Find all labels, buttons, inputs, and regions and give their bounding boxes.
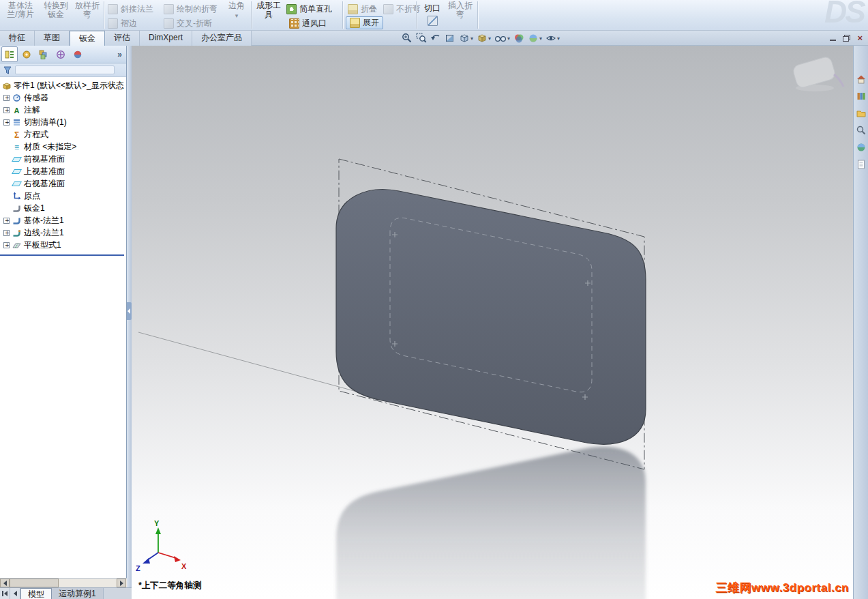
hide-show-items-icon[interactable]: ▾ (494, 32, 511, 44)
property-manager-tab[interactable] (18, 46, 35, 62)
expand-toggle[interactable] (3, 218, 10, 224)
expand-toggle[interactable] (3, 230, 10, 236)
rollback-bar[interactable] (0, 254, 124, 256)
faint-resource-graphic (792, 56, 843, 91)
tree-item-right-plane[interactable]: 右视基准面 (1, 178, 125, 190)
scroll-right-button[interactable] (117, 579, 126, 587)
appearances-icon[interactable] (855, 141, 867, 154)
scrollbar-thumb[interactable] (10, 579, 59, 587)
part-icon (1, 81, 12, 91)
chevron-down-icon: ▾ (224, 13, 250, 19)
expand-toggle[interactable] (3, 119, 10, 126)
tab-sheet-metal[interactable]: 钣金 (70, 31, 105, 46)
task-pane-strip (853, 46, 868, 599)
tree-item-origin[interactable]: 原点 (1, 190, 125, 202)
site-watermark: 三维网www.3dportal.cn (716, 580, 849, 596)
sheet-metal-part-face[interactable] (336, 190, 646, 444)
tree-item-top-plane[interactable]: 上视基准面 (1, 166, 125, 177)
annotations-folder-icon: A (12, 106, 22, 115)
panel-overflow-chevron[interactable] (117, 50, 125, 59)
insert-bends-button[interactable]: 插入折 弯 (445, 0, 476, 30)
tab-scroll-left-button[interactable] (10, 588, 20, 599)
apply-scene-icon[interactable]: ▾ (527, 32, 543, 44)
tree-item-material[interactable]: ≡ 材质 <未指定> (1, 141, 125, 153)
display-manager-tab[interactable] (70, 46, 86, 62)
feature-manager-tab[interactable] (1, 46, 18, 62)
tab-dimxpert[interactable]: DimXpert (140, 31, 192, 46)
edit-appearance-icon[interactable] (513, 32, 525, 44)
configuration-manager-tab[interactable] (35, 46, 52, 62)
tree-item-flat-pattern1[interactable]: 平板型式1 (1, 239, 125, 251)
view-orientation-icon[interactable]: ▾ (458, 32, 474, 44)
zoom-area-icon[interactable] (415, 32, 428, 44)
fold-icon (348, 4, 358, 14)
tree-item-sensors[interactable]: 传感器 (1, 92, 125, 104)
base-flange-button[interactable]: 基体法 兰/薄片 (4, 0, 37, 30)
home-icon[interactable] (855, 73, 867, 85)
hem-button[interactable]: 褶边 (108, 17, 137, 30)
tree-root-part[interactable]: 零件1 (默认<<默认>_显示状态 (1, 80, 125, 91)
manager-tab-strip (0, 46, 126, 63)
tab-motion-study[interactable]: 运动算例1 (52, 588, 104, 599)
tab-scroll-first-button[interactable] (0, 588, 10, 599)
flatten-toggle-button[interactable]: 展开 (346, 16, 383, 29)
restore-button[interactable] (843, 35, 850, 42)
panel-splitter[interactable] (127, 46, 132, 599)
vent-button[interactable]: 通风口 (289, 17, 327, 30)
simple-hole-button[interactable]: 简单直孔 (286, 3, 332, 16)
tree-item-front-plane[interactable]: 前视基准面 (1, 154, 125, 165)
no-bends-button[interactable]: 不折弯 (383, 3, 421, 16)
file-explorer-icon[interactable] (855, 107, 867, 119)
minimize-button[interactable] (830, 39, 836, 41)
tab-features[interactable]: 特征 (0, 31, 35, 46)
tab-sketch[interactable]: 草图 (35, 31, 70, 46)
expand-toggle[interactable] (3, 107, 10, 113)
feature-manager-panel: 零件1 (默认<<默认>_显示状态 传感器 A 注解 切割清单(1) Σ 方程式 (0, 46, 127, 578)
close-button[interactable]: × (857, 33, 863, 43)
tree-item-equations[interactable]: Σ 方程式 (1, 129, 125, 141)
view-settings-icon[interactable]: ▾ (545, 32, 560, 44)
horizontal-scrollbar[interactable] (0, 578, 127, 587)
simple-hole-icon (286, 4, 297, 14)
corner-dropdown-button[interactable]: 边角 ▾ (224, 0, 250, 30)
zoom-fit-icon[interactable] (401, 32, 413, 44)
filter-funnel-icon[interactable] (3, 65, 12, 75)
panel-collapse-handle[interactable] (127, 302, 132, 320)
rip-button[interactable]: 切口 (419, 0, 446, 30)
lofted-bend-button[interactable]: 放样折 弯 (71, 0, 104, 30)
dimxpert-manager-tab[interactable] (53, 46, 69, 62)
search-icon[interactable] (855, 124, 867, 136)
tree-item-edge-flange1[interactable]: 边线-法兰1 (1, 227, 125, 239)
previous-view-icon[interactable] (430, 32, 442, 44)
tree-item-label: 前视基准面 (24, 154, 65, 165)
chevron-down-icon: ▾ (470, 35, 473, 42)
tree-item-cut-list[interactable]: 切割清单(1) (1, 117, 125, 128)
tab-office-products[interactable]: 办公室产品 (192, 31, 252, 46)
tree-item-label: 上视基准面 (24, 166, 65, 177)
cross-break-button[interactable]: 交叉-折断 (164, 17, 212, 30)
tree-item-base-flange1[interactable]: 基体-法兰1 (1, 215, 125, 227)
miter-flange-button[interactable]: 斜接法兰 (108, 3, 153, 16)
filter-input[interactable] (15, 65, 115, 74)
convert-to-sheet-metal-button[interactable]: 转换到 钣金 (40, 0, 72, 30)
scroll-left-button[interactable] (0, 579, 10, 587)
fold-button[interactable]: 折叠 (348, 3, 377, 16)
section-view-icon[interactable] (444, 32, 456, 44)
tree-item-label: 右视基准面 (24, 178, 65, 190)
tab-model[interactable]: 模型 (20, 588, 52, 599)
document-window-controls: × (830, 33, 863, 43)
tree-item-annotations[interactable]: A 注解 (1, 104, 125, 116)
tab-evaluate[interactable]: 评估 (105, 31, 140, 46)
heads-up-view-toolbar: ▾ ▾ ▾ ▾ ▾ (401, 32, 560, 44)
sketched-bend-button[interactable]: 绘制的折弯 (164, 3, 218, 16)
triad-y-label: Y (154, 519, 160, 527)
display-style-icon[interactable]: ▾ (476, 32, 492, 44)
tree-item-sheet-metal1[interactable]: 钣金1 (1, 203, 125, 214)
custom-properties-icon[interactable] (855, 158, 867, 171)
expand-toggle[interactable] (3, 242, 10, 248)
design-library-icon[interactable] (855, 90, 867, 102)
forming-tool-button[interactable]: 成形工 具 (254, 0, 284, 30)
ribbon-separator (104, 1, 104, 29)
expand-toggle[interactable] (3, 95, 10, 101)
graphics-viewport[interactable]: Y X Z *上下二等角轴测 三维网www.3dportal.cn (132, 46, 853, 599)
